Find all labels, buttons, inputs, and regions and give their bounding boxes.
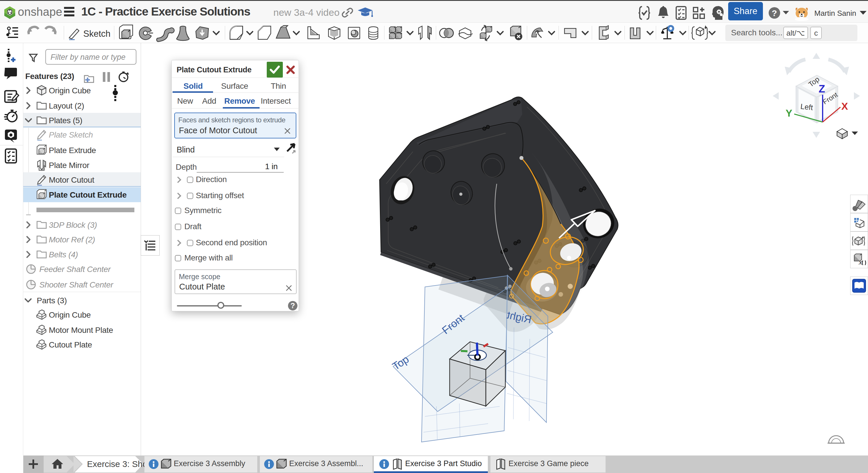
svg-text:X: X — [841, 100, 848, 112]
svg-text:x: x — [859, 258, 862, 266]
svg-text:Y: Y — [785, 108, 792, 119]
svg-text:?: ? — [772, 8, 777, 18]
svg-text:Left: Left — [800, 102, 813, 112]
svg-text:Z: Z — [818, 83, 825, 95]
